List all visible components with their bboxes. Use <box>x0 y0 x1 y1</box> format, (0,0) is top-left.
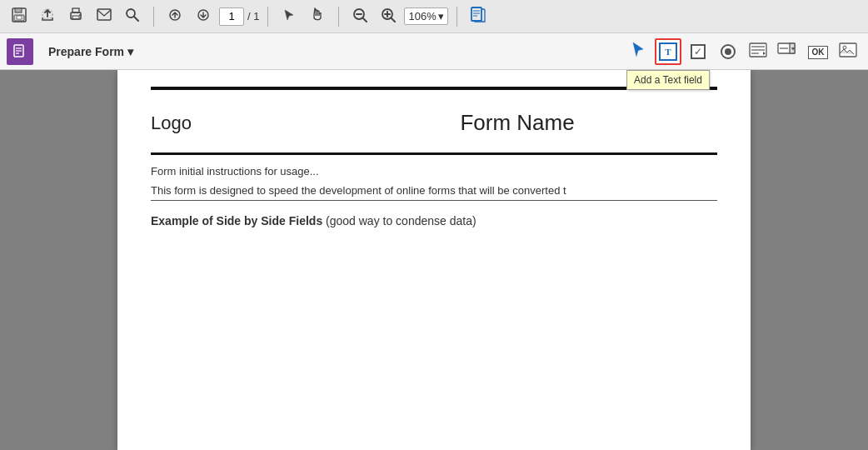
zoom-out-icon <box>352 8 367 26</box>
search-icon <box>126 8 139 25</box>
prepare-form-label[interactable]: Prepare Form ▾ <box>43 42 138 62</box>
logo-placeholder: Logo <box>151 112 317 134</box>
page-number-input[interactable] <box>219 8 244 26</box>
list-icon <box>749 42 767 61</box>
upload-icon <box>40 8 55 26</box>
image-tool-icon <box>839 42 857 61</box>
radio-tool-button[interactable] <box>715 38 741 65</box>
dropdown-icon <box>777 42 799 61</box>
divider-1 <box>153 7 154 27</box>
search-button[interactable] <box>120 4 145 29</box>
svg-line-20 <box>392 18 395 22</box>
prepare-form-text: Prepare Form <box>48 45 124 58</box>
text-field-icon: T <box>659 42 677 61</box>
svg-rect-36 <box>840 43 856 57</box>
zoom-in-button[interactable] <box>376 4 401 29</box>
divider-2 <box>267 7 268 27</box>
example-heading-bold: Example of Side by Side Fields <box>151 214 322 228</box>
cursor-tool-button[interactable] <box>625 38 651 65</box>
example-heading-normal: (good way to condense data) <box>322 214 476 228</box>
email-icon <box>97 8 112 24</box>
prepare-form-dropdown-icon: ▾ <box>127 45 133 58</box>
save-icon <box>12 8 27 26</box>
select-tool-button[interactable] <box>277 4 302 29</box>
prev-page-icon <box>169 9 181 24</box>
hand-tool-icon <box>311 8 324 26</box>
form-name-text: Form Name <box>317 110 717 136</box>
document-view-icon <box>470 7 486 27</box>
checkbox-tool-button[interactable]: ✓ <box>685 38 711 65</box>
example-heading: Example of Side by Side Fields (good way… <box>151 214 717 228</box>
list-tool-button[interactable] <box>745 38 771 65</box>
page-input: / 1 <box>219 8 259 26</box>
cursor-tool-icon <box>631 42 645 61</box>
zoom-dropdown-icon: ▾ <box>438 10 444 22</box>
divider-4 <box>456 7 457 27</box>
svg-rect-1 <box>15 8 22 12</box>
text-field-tool-button[interactable]: T <box>655 38 681 65</box>
document-page: Logo Form Name Form initial instructions… <box>117 70 751 450</box>
page-separator: / 1 <box>247 10 259 22</box>
text-field-tool-container: T Add a Text field <box>655 38 681 65</box>
next-page-button[interactable] <box>191 4 216 29</box>
page-top-border <box>151 87 717 90</box>
print-button[interactable] <box>63 4 88 29</box>
image-tool-button[interactable] <box>835 38 861 65</box>
logo-formname-row: Logo Form Name <box>151 110 717 136</box>
upload-button[interactable] <box>35 4 60 29</box>
checkbox-icon: ✓ <box>691 43 706 59</box>
print-icon <box>68 8 83 26</box>
next-page-icon <box>197 9 209 24</box>
toolbar-prepare: Prepare Form ▾ T Add a Text field ✓ <box>0 33 868 70</box>
zoom-in-icon <box>381 8 396 26</box>
toolbar-top: / 1 <box>0 0 868 33</box>
divider-3 <box>338 7 339 27</box>
prepare-form-icon <box>7 38 33 65</box>
select-tool-icon <box>282 8 296 25</box>
zoom-selector[interactable]: 106% ▾ <box>404 8 447 25</box>
prev-page-button[interactable] <box>162 4 187 29</box>
svg-rect-3 <box>17 16 22 19</box>
instructions-text: Form initial instructions for usage... <box>151 165 717 178</box>
svg-line-11 <box>134 17 138 21</box>
ok-button-tool[interactable]: OK <box>805 38 831 65</box>
dropdown-tool-button[interactable] <box>775 38 801 65</box>
svg-line-16 <box>363 18 367 22</box>
zoom-out-button[interactable] <box>347 4 372 29</box>
radio-icon <box>721 43 736 59</box>
svg-rect-9 <box>97 9 111 20</box>
hand-tool-button[interactable] <box>305 4 330 29</box>
email-button[interactable] <box>92 4 117 29</box>
document-view-button[interactable] <box>466 4 491 29</box>
svg-rect-21 <box>471 8 481 21</box>
document-area: Logo Form Name Form initial instructions… <box>0 70 868 450</box>
zoom-level-label: 106% <box>408 10 436 22</box>
description-text: This form is designed to speed the devel… <box>151 184 717 201</box>
section-border-top <box>151 152 717 155</box>
save-button[interactable] <box>7 4 32 29</box>
svg-point-8 <box>79 14 81 16</box>
ok-button-icon: OK <box>808 43 828 59</box>
